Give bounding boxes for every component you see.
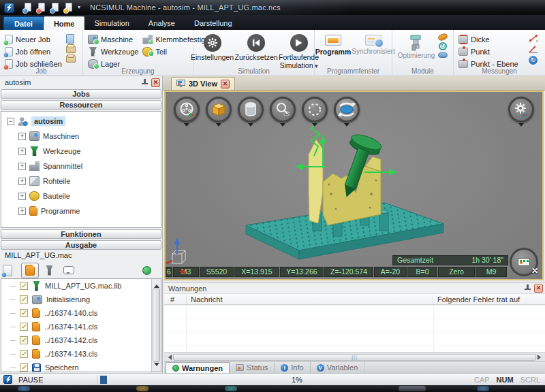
jobs-section-header[interactable]: Jobs — [1, 89, 161, 99]
tab-info[interactable]: Info — [275, 362, 310, 373]
scroll-left-button[interactable] — [166, 355, 172, 360]
selection-button[interactable] — [302, 97, 328, 129]
rotate-view-button[interactable] — [334, 97, 360, 129]
programm-button[interactable]: Programm — [316, 35, 350, 56]
tree-item-maschinen[interactable]: + Maschinen — [1, 129, 161, 144]
angle-measure-icon[interactable] — [528, 45, 539, 54]
comments-button[interactable] — [63, 265, 76, 276]
tab-status[interactable]: Status — [230, 362, 275, 373]
tree-item-werkzeuge[interactable]: + Werkzeuge — [1, 144, 161, 159]
hscroll-thumb[interactable] — [173, 354, 536, 361]
archive-open-button[interactable] — [66, 46, 76, 53]
dropdown-caret[interactable] — [280, 123, 285, 129]
expand-expander[interactable]: + — [18, 148, 26, 155]
program-view-button-active[interactable] — [21, 263, 39, 278]
warnings-close-button[interactable] — [534, 284, 543, 293]
warnings-hscrollbar[interactable] — [164, 352, 545, 361]
qat-dropdown-caret[interactable]: ▾ — [78, 5, 80, 10]
collapse-expander[interactable]: − — [7, 118, 14, 125]
tab-variablen[interactable]: Variablen — [311, 362, 365, 373]
dropdown-caret[interactable] — [248, 123, 253, 129]
hud-close-icon[interactable]: ✕ — [531, 266, 538, 276]
pin-icon[interactable] — [141, 78, 149, 87]
file-row[interactable]: ../16374-142.cls — [1, 333, 161, 347]
tab-close-button[interactable] — [221, 80, 230, 88]
zuruecksetzen-button[interactable]: Zurücksetzen — [235, 34, 277, 70]
open-job-button[interactable]: Job öffnen — [5, 46, 62, 57]
tab-warnungen[interactable]: Warnungen — [166, 362, 230, 373]
dropdown-caret[interactable] — [518, 123, 524, 129]
taskbar-item[interactable] — [18, 386, 30, 391]
qat-new-job-button[interactable] — [22, 2, 33, 13]
archive-close-button[interactable] — [66, 55, 76, 63]
checkbox-checked[interactable] — [20, 336, 28, 344]
checkbox-checked[interactable] — [20, 282, 28, 290]
dropdown-caret[interactable] — [344, 123, 349, 129]
machine-view-button[interactable] — [174, 97, 200, 129]
file-row[interactable]: Speichern — [1, 361, 161, 372]
scroll-up-button[interactable] — [154, 282, 159, 288]
pin-icon[interactable] — [524, 284, 531, 293]
machine-panel-button[interactable]: ✕ — [510, 248, 538, 276]
file-row[interactable]: ../16374-140.cls — [1, 306, 161, 320]
file-row[interactable]: ../16374-141.cls — [1, 320, 161, 333]
fortlaufende-simulation-button[interactable]: Fortlaufende Simulation — [279, 34, 319, 70]
tool-list-button[interactable] — [45, 265, 57, 276]
tree-item-rohteile[interactable]: + Rohteile — [1, 174, 161, 189]
column-message[interactable]: Nachricht — [186, 295, 433, 304]
cycle-module-icon[interactable]: ↻ — [439, 42, 447, 50]
expand-expander[interactable]: + — [18, 163, 26, 170]
solid-view-button[interactable] — [206, 97, 232, 129]
expand-expander[interactable]: + — [18, 193, 26, 200]
column-number[interactable]: # — [164, 295, 186, 304]
checkbox-checked[interactable] — [20, 363, 28, 372]
scroll-right-button[interactable] — [538, 355, 544, 360]
werkzeuge-button[interactable]: Werkzeuge — [88, 46, 138, 57]
tree-root-row[interactable]: − autosim — [1, 114, 161, 129]
dropdown-caret[interactable] — [184, 123, 189, 129]
file-row[interactable]: MILL_APT_UG.mac.lib — [1, 279, 161, 293]
taskbar-item[interactable] — [477, 386, 489, 391]
tab-analyse[interactable]: Analyse — [139, 16, 185, 30]
scroll-thumb[interactable] — [153, 289, 160, 362]
tree-item-bauteile[interactable]: + Bauteile — [1, 189, 161, 203]
checkbox-checked[interactable] — [20, 323, 28, 331]
copy-job-button[interactable] — [66, 34, 74, 44]
expand-expander[interactable]: + — [18, 133, 26, 140]
bean-module-icon[interactable] — [437, 33, 448, 42]
tree-item-spannmittel[interactable]: + Spannmittel — [1, 159, 161, 174]
funktionen-section-header[interactable]: Funktionen — [1, 229, 161, 239]
expand-expander[interactable]: + — [18, 178, 26, 185]
tab-3d-view[interactable]: 3D View — [171, 77, 235, 90]
taskbar-item[interactable] — [225, 386, 237, 391]
expand-expander[interactable]: + — [18, 208, 26, 215]
synchronisiert-button[interactable]: Synchronisiert — [354, 35, 392, 56]
ausgabe-section-header[interactable]: Ausgabe — [1, 240, 161, 250]
checkbox-checked[interactable] — [20, 350, 28, 358]
tab-datei[interactable]: Datei — [3, 16, 44, 30]
column-error[interactable]: Folgender Fehler trat auf — [433, 295, 545, 304]
zoom-button[interactable] — [270, 97, 296, 129]
punkt-button[interactable]: Punkt — [458, 46, 518, 57]
new-job-button[interactable]: Neuer Job — [5, 33, 62, 45]
taskbar-item[interactable] — [136, 386, 149, 391]
einstellungen-button[interactable]: Einstellungen — [191, 34, 234, 70]
tree-item-programme[interactable]: + Programme — [1, 203, 161, 218]
checkbox-checked[interactable] — [20, 309, 28, 317]
ressourcen-section-header[interactable]: Ressourcen — [1, 100, 161, 110]
file-row[interactable]: ../16374-143.cls — [1, 347, 161, 361]
tab-simulation[interactable]: Simulation — [84, 16, 138, 30]
qat-save-button[interactable] — [50, 2, 61, 13]
optimierung-button[interactable]: Optimierung — [397, 34, 435, 60]
tab-home[interactable]: Home — [44, 16, 85, 30]
program-list-button[interactable] — [3, 265, 15, 276]
probe-module-icon[interactable] — [438, 52, 448, 58]
dicke-button[interactable]: Dicke — [458, 33, 518, 45]
dropdown-caret[interactable] — [312, 123, 317, 129]
scroll-down-button[interactable] — [154, 363, 159, 369]
stock-view-button[interactable] — [238, 97, 264, 129]
viewport-settings-button[interactable] — [508, 97, 534, 129]
maschine-button[interactable]: Maschine — [88, 33, 138, 45]
dropdown-caret[interactable] — [216, 123, 221, 129]
qat-open-job-button[interactable] — [36, 2, 47, 13]
